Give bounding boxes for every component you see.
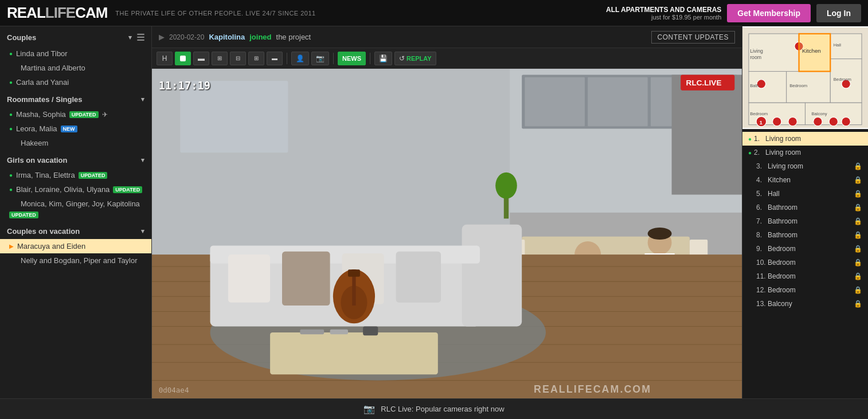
- svg-point-67: [829, 117, 838, 126]
- layout1-icon: ▬: [198, 54, 205, 62]
- couples-chevron-icon: ▾: [128, 34, 132, 41]
- camera-list-item[interactable]: 11.Bedroom🔒: [742, 269, 868, 283]
- replay-icon: ↺: [399, 54, 405, 62]
- h-button[interactable]: H: [157, 52, 173, 65]
- lock-icon: 🔒: [854, 176, 862, 184]
- camera-name: Living room: [765, 135, 862, 143]
- lock-icon: 🔒: [854, 203, 862, 212]
- lock-icon: 🔒: [854, 272, 862, 280]
- sidebar-item-carla-yanai[interactable]: ● Carla and Yanai: [0, 75, 151, 89]
- sidebar-item-hakeem[interactable]: Hakeem: [0, 136, 151, 150]
- camera-name: Bedroom: [768, 272, 854, 280]
- layout2-icon: ⊞: [217, 55, 222, 61]
- breadcrumb-rest: the project: [276, 33, 311, 41]
- lock-icon: 🔒: [854, 259, 862, 267]
- camera-list-item[interactable]: ●1.Living room: [742, 132, 868, 146]
- camera-button[interactable]: 📷: [311, 52, 329, 65]
- sidebar-item-leora-malia[interactable]: ● Leora, Malia NEW: [0, 122, 151, 136]
- svg-point-64: [773, 117, 781, 126]
- camera-name: Bedroom: [768, 245, 854, 253]
- video-area: 11:17:19 RLC.LIVE REALLIFECAM.COM 0d04ae…: [152, 69, 742, 398]
- sidebar-item-maracuya[interactable]: ▶ Maracuya and Eiden: [0, 239, 151, 253]
- record-button[interactable]: [175, 52, 191, 65]
- svg-text:REALLIFECAM.COM: REALLIFECAM.COM: [534, 383, 651, 395]
- login-button[interactable]: Log In: [816, 4, 861, 22]
- sidebar-item-irma-tina[interactable]: ● Irma, Tina, Elettra UPDATED: [0, 168, 151, 182]
- svg-text:room: room: [750, 54, 761, 60]
- save-button[interactable]: 💾: [374, 52, 392, 65]
- svg-text:Kitchen: Kitchen: [802, 48, 821, 54]
- layout4-button[interactable]: ⊞: [248, 52, 264, 65]
- layout3-button[interactable]: ⊟: [230, 52, 246, 65]
- sidebar-item-masha-sophia[interactable]: ● Masha, Sophia UPDATED ✈: [0, 107, 151, 122]
- camera-small-icon: 📷: [363, 404, 375, 414]
- content-updates-button[interactable]: CONTENT UPDATES: [651, 31, 735, 44]
- sidebar-section-roommates[interactable]: Roommates / Singles ▾: [0, 89, 151, 107]
- dot-icon: ●: [9, 50, 13, 57]
- all-apts-title: ALL APARTMENTS AND CAMERAS: [606, 6, 721, 14]
- sidebar-item-linda-tibor[interactable]: ● Linda and Tibor: [0, 46, 151, 61]
- lock-icon: 🔒: [854, 162, 862, 170]
- camera-list-item[interactable]: 3.Living room🔒: [742, 159, 868, 173]
- news-button[interactable]: NEWS: [338, 52, 366, 65]
- sidebar-item-nelly[interactable]: Nelly and Bogdan, Piper and Taylor: [0, 253, 151, 268]
- save-icon: 💾: [379, 54, 388, 62]
- girls-chevron-icon: ▾: [141, 156, 144, 164]
- svg-rect-41: [270, 332, 438, 374]
- top-navigation: REALLIFECAM THE PRIVATE LIFE OF OTHER PE…: [0, 0, 868, 26]
- camera-list-item[interactable]: ●2.Living room: [742, 146, 868, 159]
- dot-icon: ●: [9, 111, 13, 118]
- dot-icon: ●: [9, 126, 13, 132]
- svg-text:Living: Living: [750, 48, 763, 54]
- svg-text:Bedroom: Bedroom: [750, 111, 768, 116]
- camera-list-item[interactable]: 8.Bathroom🔒: [742, 228, 868, 242]
- record-icon: [180, 56, 186, 61]
- svg-text:Bedroom: Bedroom: [834, 77, 851, 82]
- layout2-button[interactable]: ⊞: [212, 52, 228, 65]
- layout3-icon: ⊟: [236, 55, 240, 61]
- camera-number: 13.: [756, 300, 768, 308]
- updated-badge: UPDATED: [113, 186, 142, 193]
- svg-rect-33: [282, 252, 330, 306]
- couples-vacation-label: Couples on vacation: [7, 227, 80, 236]
- camera-list-item[interactable]: 10.Bedroom🔒: [742, 256, 868, 269]
- camera-list-item[interactable]: 13.Balcony🔒: [742, 297, 868, 311]
- sidebar-section-couples-vacation[interactable]: Couples on vacation ▾: [0, 221, 151, 239]
- bottom-bar: 📷 RLC Live: Popular cameras right now: [0, 398, 868, 419]
- camera-name: Bathroom: [768, 231, 854, 239]
- replay-button[interactable]: ↺ REPLAY: [394, 52, 436, 65]
- sidebar-item-martina-alberto[interactable]: Martina and Alberto: [0, 61, 151, 75]
- camera-name: Bathroom: [768, 203, 854, 212]
- site-logo: REALLIFECAM: [7, 4, 107, 22]
- couples-label: Couples: [7, 33, 36, 42]
- camera-list-item[interactable]: 12.Bedroom🔒: [742, 283, 868, 297]
- dot-icon: ●: [9, 172, 13, 178]
- camera-list-item[interactable]: 5.Hall🔒: [742, 187, 868, 201]
- svg-text:Hall: Hall: [834, 42, 841, 48]
- sidebar-item-monica[interactable]: Monica, Kim, Ginger, Joy, Kapitolina UPD…: [0, 197, 151, 221]
- layout1-button[interactable]: ▬: [193, 52, 209, 65]
- camera-list-item[interactable]: 4.Kitchen🔒: [742, 173, 868, 187]
- all-apts-subtitle: just for $19.95 per month: [606, 14, 721, 21]
- sidebar-item-blair[interactable]: ● Blair, Loraine, Olivia, Ulyana UPDATED: [0, 182, 151, 197]
- camera-list-item[interactable]: 9.Bedroom🔒: [742, 242, 868, 256]
- svg-rect-4: [525, 77, 585, 127]
- camera-list-item[interactable]: 6.Bathroom🔒: [742, 201, 868, 214]
- svg-text:RLC.LIVE: RLC.LIVE: [686, 79, 722, 87]
- sidebar-section-girls[interactable]: Girls on vacation ▾: [0, 150, 151, 168]
- updated-badge: UPDATED: [9, 212, 38, 218]
- layout4-icon: ⊞: [254, 55, 259, 61]
- camera-number: 7.: [756, 217, 768, 225]
- camera-name: Balcony: [768, 300, 854, 308]
- get-membership-button[interactable]: Get Membership: [727, 4, 811, 22]
- nav-right: ALL APARTMENTS AND CAMERAS just for $19.…: [606, 4, 861, 22]
- layout5-button[interactable]: ▬: [267, 52, 283, 65]
- camera-list-item[interactable]: 7.Bathroom🔒: [742, 214, 868, 228]
- sidebar-section-couples[interactable]: Couples ▾ ☰: [0, 26, 151, 46]
- person-detect-button[interactable]: 👤: [291, 52, 309, 65]
- breadcrumb-action: joined: [249, 33, 271, 41]
- camera-number: 8.: [756, 231, 768, 239]
- svg-text:Bedroom: Bedroom: [789, 83, 807, 88]
- lock-icon: 🔒: [854, 286, 862, 294]
- breadcrumb-arrow-icon: ▶: [159, 33, 165, 41]
